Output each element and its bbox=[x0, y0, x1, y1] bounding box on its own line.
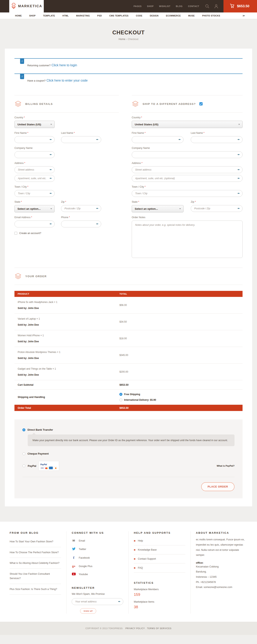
radio-selected-icon[interactable] bbox=[22, 428, 25, 431]
billing-first-name-input[interactable] bbox=[14, 136, 54, 143]
radio-icon[interactable] bbox=[22, 452, 25, 455]
top-nav-blog[interactable]: BLOG bbox=[176, 5, 183, 8]
search-icon[interactable] bbox=[205, 4, 210, 8]
chevron-down-icon bbox=[179, 208, 181, 209]
subnav-html[interactable]: HTML bbox=[62, 14, 69, 17]
billing-last-name-input[interactable] bbox=[61, 136, 101, 143]
product-total: $345.00 bbox=[120, 354, 242, 356]
subnav-muse[interactable]: MUSE bbox=[188, 14, 195, 17]
footer-connect-heading: CONNECT WITH US bbox=[72, 531, 123, 534]
copyright-bar: COPYRIGHT © 2013 TOKOPRESS PRIVACY POLIC… bbox=[0, 622, 257, 635]
billing-city-input[interactable] bbox=[14, 190, 54, 197]
shipping-city-input[interactable] bbox=[132, 190, 242, 197]
email-icon: ✉ bbox=[72, 539, 76, 542]
chevron-down-icon bbox=[238, 124, 240, 125]
free-shipping-option[interactable]: Free Shipping bbox=[120, 393, 242, 396]
coupon-link[interactable]: Click here to enter your code bbox=[46, 79, 88, 82]
billing-company-input[interactable] bbox=[14, 151, 54, 158]
shipping-zip-input[interactable] bbox=[191, 205, 242, 212]
faq-link[interactable]: FAQ bbox=[134, 564, 185, 572]
knowledge-base-link[interactable]: Knowladge Base bbox=[134, 545, 185, 554]
billing-heading: BILLING DETAILS bbox=[25, 102, 53, 106]
billing-apartment-input[interactable] bbox=[14, 175, 54, 182]
subnav-photo-stocks[interactable]: PHOTO STOCKS bbox=[202, 14, 220, 17]
office-address-line: Bandung. bbox=[196, 569, 247, 574]
help-link[interactable]: Help bbox=[134, 536, 185, 545]
billing-phone-input[interactable] bbox=[61, 220, 101, 228]
blog-link[interactable]: How To Choose The Perfect Fashion Store? bbox=[10, 547, 61, 558]
cart-total: $653.50 bbox=[237, 4, 249, 8]
signup-button[interactable]: SIGN UP bbox=[80, 608, 96, 614]
paypal-option[interactable]: PayPal PayPal VISA What is PayPal? bbox=[22, 461, 234, 470]
subnav-shop[interactable]: SHOP bbox=[29, 14, 36, 17]
radio-selected-icon[interactable] bbox=[120, 393, 122, 396]
radio-icon[interactable] bbox=[120, 398, 122, 401]
shipping-street-input[interactable] bbox=[132, 166, 242, 173]
breadcrumb-separator: › bbox=[126, 38, 127, 40]
items-label: Marketplace Items bbox=[134, 600, 185, 603]
social-facebook-link[interactable]: f Facebook bbox=[72, 554, 123, 562]
cart-icon bbox=[230, 3, 235, 9]
order-total-row: Order Total $653.50 bbox=[14, 405, 242, 411]
shipping-state-select[interactable]: Select an option... bbox=[132, 205, 184, 212]
create-account-checkbox[interactable] bbox=[14, 232, 17, 234]
social-label: Youtube bbox=[79, 573, 88, 576]
cheque-payment-option[interactable]: Cheque Payment bbox=[22, 452, 234, 455]
breadcrumb-home[interactable]: Home bbox=[119, 38, 125, 40]
cart-button[interactable]: $653.50 bbox=[224, 0, 257, 12]
legal-links[interactable]: PRIVACY POLICY . TERMS OF SERVICES bbox=[126, 627, 172, 630]
social-google-plus-link[interactable]: g+ Google Plus bbox=[72, 562, 123, 570]
international-delivery-label: International Delivery: $5.90 bbox=[124, 398, 156, 401]
chevron-more-icon[interactable]: ≫ bbox=[242, 14, 245, 17]
subnav-code[interactable]: CODE bbox=[136, 14, 142, 17]
login-notice: i Returning customer? Click here to logi… bbox=[14, 58, 242, 73]
shipping-apartment-input[interactable] bbox=[132, 175, 242, 182]
radio-icon[interactable] bbox=[22, 464, 25, 467]
blog-link[interactable]: Plus Size Fashion: Is There Such a Thing… bbox=[10, 584, 61, 595]
billing-email-input[interactable] bbox=[14, 220, 54, 228]
shipping-first-name-input[interactable] bbox=[132, 136, 184, 143]
top-nav-pages[interactable]: PAGES bbox=[134, 5, 142, 8]
billing-street-input[interactable] bbox=[14, 166, 54, 173]
shipping-country-select[interactable]: United States (US) bbox=[132, 121, 242, 128]
billing-zip-input[interactable] bbox=[61, 205, 101, 212]
subnav-design[interactable]: DESIGN bbox=[150, 14, 158, 17]
subnav-home[interactable]: HOME bbox=[15, 14, 22, 17]
blog-link[interactable]: How To Start Your Own Fashion Store? bbox=[10, 536, 61, 547]
product-total: $56.00 bbox=[120, 304, 242, 306]
social-youtube-link[interactable]: Youtube bbox=[72, 570, 123, 578]
logo[interactable]: MARKETICA bbox=[9, 0, 44, 12]
ship-different-checkbox[interactable] bbox=[200, 102, 202, 106]
subnav-psd[interactable]: PSD bbox=[97, 14, 102, 17]
page-header: CHECKOUT Home›Checkout bbox=[0, 19, 257, 48]
discover-card-icon bbox=[53, 467, 57, 469]
bank-transfer-option[interactable]: Direct Bank Transfer bbox=[22, 428, 234, 431]
what-is-paypal-link[interactable]: What is PayPal? bbox=[217, 464, 234, 467]
shipping-last-name-input[interactable] bbox=[191, 136, 242, 143]
subnav-marketing[interactable]: MARKETING bbox=[76, 14, 90, 17]
shipping-zip-label: Zip* bbox=[191, 200, 242, 203]
top-nav-shop[interactable]: SHOP bbox=[147, 5, 154, 8]
shipping-address-label: Address* bbox=[132, 162, 242, 164]
col-total: TOTAL bbox=[120, 293, 242, 295]
blog-link[interactable]: What is So Alluring About Celebrity Fash… bbox=[10, 558, 61, 569]
subnav-ecommerce[interactable]: ECOMMERCE bbox=[166, 14, 181, 17]
top-nav-contact[interactable]: CONTACT bbox=[188, 5, 199, 8]
top-nav-wishlist[interactable]: WISHLIST bbox=[159, 5, 170, 8]
newsletter-email-input[interactable] bbox=[72, 598, 123, 605]
contact-support-link[interactable]: Contact Support bbox=[134, 554, 185, 564]
billing-state-select[interactable]: Select an option... bbox=[14, 205, 54, 212]
shipping-company-input[interactable] bbox=[132, 151, 242, 158]
login-link[interactable]: Click here to login bbox=[52, 64, 77, 67]
social-twitter-link[interactable]: Twitter bbox=[72, 545, 123, 554]
order-notes-textarea[interactable] bbox=[132, 220, 242, 258]
cheque-payment-label: Cheque Payment bbox=[28, 452, 48, 455]
blog-link[interactable]: Should You Use Fashion Consultant Servic… bbox=[10, 569, 61, 584]
billing-country-select[interactable]: United States (US) bbox=[14, 121, 54, 128]
place-order-button[interactable]: PLACE ORDER bbox=[201, 482, 234, 491]
user-icon[interactable] bbox=[214, 4, 218, 8]
subnav-cms-templates[interactable]: CMS TEMPLATES bbox=[109, 14, 128, 17]
social-email-link[interactable]: ✉ Email bbox=[72, 536, 123, 545]
international-delivery-option[interactable]: International Delivery: $5.90 bbox=[120, 398, 242, 401]
subnav-template[interactable]: TEMPLATE bbox=[43, 14, 55, 17]
